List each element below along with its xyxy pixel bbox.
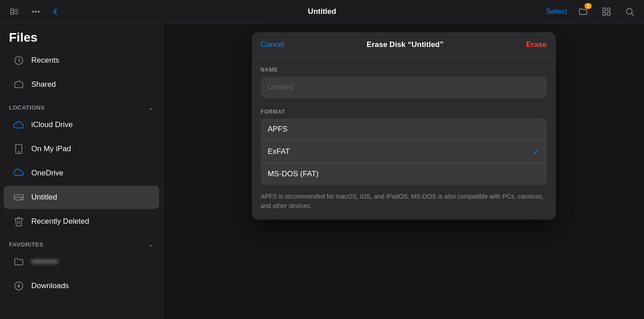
svg-point-8 [38, 11, 39, 12]
modal-overlay: Cancel Erase Disk “Untitled” Erase NAME … [163, 23, 644, 319]
format-apfs-label: APFS [268, 125, 288, 134]
recents-icon [13, 54, 25, 67]
favorites-section-title: Favorites [9, 241, 43, 248]
icloud-label: iCloud Drive [31, 120, 73, 129]
svg-rect-12 [607, 12, 610, 15]
sidebar-toggle-button[interactable] [7, 4, 21, 19]
onedrive-icon [13, 167, 25, 179]
format-description: APFS is recommended for macOS, iOS, and … [261, 192, 547, 211]
name-input[interactable] [261, 77, 547, 98]
exfat-checkmark-icon: ✓ [533, 147, 540, 157]
favorite-folder-icon [13, 255, 25, 268]
icloud-icon [13, 119, 25, 131]
svg-rect-9 [603, 8, 606, 10]
locations-chevron-icon[interactable]: ⌄ [148, 104, 154, 111]
svg-point-6 [32, 11, 34, 12]
main-layout: Files Recents Shared Locations ⌄ iCloud … [0, 23, 644, 319]
sidebar: Files Recents Shared Locations ⌄ iCloud … [0, 23, 163, 319]
locations-section-header: Locations ⌄ [0, 97, 163, 113]
cancel-button[interactable]: Cancel [261, 40, 284, 49]
top-bar-left [7, 4, 60, 19]
svg-point-20 [21, 199, 22, 200]
sidebar-title: Files [0, 23, 163, 48]
folder-badge: 1 [585, 3, 592, 9]
svg-point-17 [18, 152, 19, 153]
format-item-apfs[interactable]: APFS [261, 119, 547, 140]
downloads-label: Downloads [31, 281, 69, 290]
folder-button[interactable]: 1 [576, 4, 590, 19]
sidebar-item-onedrive[interactable]: OneDrive [4, 162, 159, 185]
untitled-label: Untitled [31, 193, 57, 202]
format-item-msdos[interactable]: MS-DOS (FAT) [261, 163, 547, 185]
locations-section-title: Locations [9, 104, 45, 111]
format-exfat-label: ExFAT [268, 147, 290, 156]
erase-button[interactable]: Erase [526, 40, 547, 49]
sidebar-item-on-my-ipad[interactable]: On My iPad [4, 137, 159, 161]
svg-rect-11 [603, 12, 606, 15]
sidebar-item-favorite-1[interactable]: •••••••••• [4, 250, 159, 273]
svg-line-14 [631, 13, 634, 16]
format-field-label: FORMAT [261, 109, 547, 115]
sidebar-item-untitled[interactable]: Untitled [4, 186, 159, 209]
content-area: Cancel Erase Disk “Untitled” Erase NAME … [163, 23, 644, 319]
favorite-1-label: •••••••••• [31, 257, 58, 266]
more-options-button[interactable] [29, 4, 43, 19]
svg-rect-10 [607, 8, 610, 10]
top-navigation-bar: Untitled Select 1 [0, 0, 644, 23]
search-button[interactable] [623, 4, 637, 19]
downloads-icon [13, 280, 25, 292]
sidebar-item-recents[interactable]: Recents [4, 49, 159, 72]
trash-icon [13, 215, 25, 228]
recents-label: Recents [31, 56, 59, 65]
sidebar-item-shared[interactable]: Shared [4, 73, 159, 96]
ipad-icon [13, 143, 25, 155]
favorites-chevron-icon[interactable]: ⌄ [148, 241, 154, 248]
erase-disk-modal: Cancel Erase Disk “Untitled” Erase NAME … [252, 32, 556, 220]
drive-icon [13, 191, 25, 204]
format-item-exfat[interactable]: ExFAT ✓ [261, 140, 547, 163]
back-button[interactable] [50, 7, 60, 17]
sidebar-item-icloud[interactable]: iCloud Drive [4, 113, 159, 136]
select-button[interactable]: Select [546, 7, 567, 16]
top-bar-right: Select 1 [546, 4, 637, 19]
modal-header: Cancel Erase Disk “Untitled” Erase [252, 32, 556, 58]
svg-rect-0 [11, 9, 14, 14]
shared-label: Shared [31, 80, 56, 89]
format-list: APFS ExFAT ✓ MS-DOS (FAT) [261, 119, 547, 185]
sidebar-item-downloads[interactable]: Downloads [4, 274, 159, 298]
name-field-label: NAME [261, 67, 547, 73]
svg-point-7 [35, 11, 37, 12]
on-my-ipad-label: On My iPad [31, 145, 71, 153]
grid-view-button[interactable] [599, 4, 614, 19]
favorites-section-header: Favorites ⌄ [0, 234, 163, 250]
format-msdos-label: MS-DOS (FAT) [268, 170, 319, 179]
sidebar-item-recently-deleted[interactable]: Recently Deleted [4, 210, 159, 233]
modal-body: NAME FORMAT APFS ExFAT ✓ [252, 58, 556, 220]
page-title: Untitled [308, 7, 336, 16]
onedrive-label: OneDrive [31, 169, 64, 178]
modal-title: Erase Disk “Untitled” [367, 40, 444, 49]
recently-deleted-label: Recently Deleted [31, 217, 89, 226]
shared-icon [13, 78, 25, 91]
